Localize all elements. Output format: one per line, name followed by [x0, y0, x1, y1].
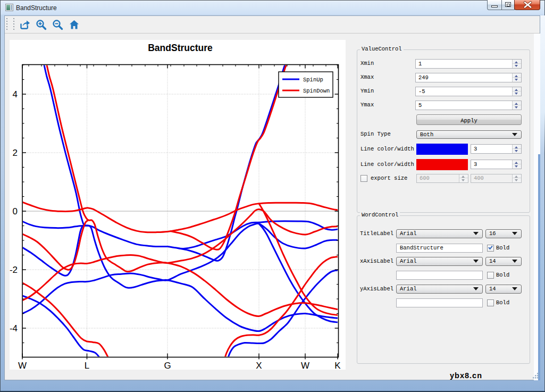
svg-text:W: W — [18, 361, 27, 370]
svg-text:0: 0 — [13, 206, 18, 216]
svg-text:G: G — [164, 361, 171, 370]
svg-text:K: K — [334, 361, 341, 370]
svg-text:BandStructure: BandStructure — [148, 43, 213, 53]
svg-text:SpinDown: SpinDown — [303, 88, 330, 94]
svg-text:-4: -4 — [10, 323, 18, 333]
svg-text:W: W — [301, 361, 309, 370]
svg-text:4: 4 — [13, 89, 18, 99]
svg-text:SpinUp: SpinUp — [303, 77, 323, 83]
svg-text:2: 2 — [13, 148, 18, 158]
svg-text:-2: -2 — [10, 265, 18, 275]
svg-text:X: X — [256, 361, 262, 370]
svg-text:L: L — [85, 361, 89, 370]
